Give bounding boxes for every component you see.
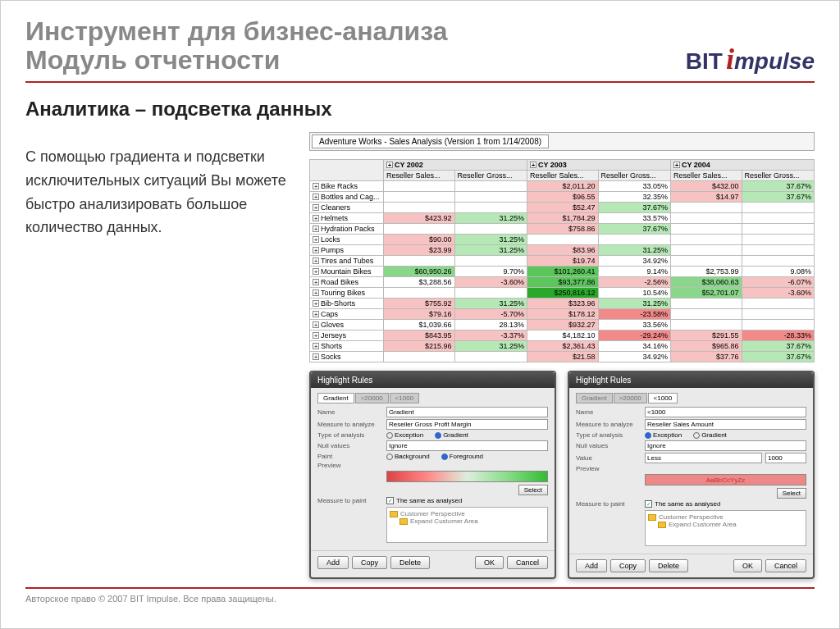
data-cell[interactable]: $250,816.12 — [527, 288, 598, 299]
tab-gradient[interactable]: Gradient — [576, 393, 613, 403]
data-cell[interactable]: -3.60% — [454, 277, 527, 288]
data-cell[interactable]: 37.67% — [742, 181, 814, 192]
column-header[interactable]: Reseller Gross... — [598, 171, 670, 181]
radio-exception[interactable]: Exception — [386, 431, 423, 439]
data-cell[interactable]: $3,288.56 — [384, 277, 455, 288]
data-cell[interactable]: $2,753.99 — [670, 267, 742, 277]
expand-icon[interactable]: + — [313, 332, 319, 339]
data-cell[interactable] — [742, 256, 814, 267]
data-cell[interactable]: $843.95 — [384, 330, 455, 341]
select-button[interactable]: Select — [518, 485, 548, 495]
copy-button[interactable]: Copy — [352, 556, 387, 569]
data-cell[interactable] — [384, 288, 455, 299]
row-label[interactable]: +Road Bikes — [310, 277, 384, 288]
same-as-analysed-checkbox[interactable]: ✓The same as analysed — [386, 497, 463, 504]
row-label[interactable]: +Caps — [310, 309, 384, 320]
row-label[interactable]: +Touring Bikes — [310, 288, 384, 299]
data-cell[interactable]: 31.25% — [454, 245, 527, 256]
data-cell[interactable]: 31.25% — [454, 299, 527, 309]
row-label[interactable]: +Helmets — [310, 213, 384, 224]
value-num-input[interactable] — [765, 453, 806, 463]
data-cell[interactable] — [670, 224, 742, 235]
expand-icon[interactable]: + — [313, 300, 319, 307]
measure-analyze-select[interactable] — [645, 419, 806, 430]
data-cell[interactable] — [742, 299, 814, 309]
expand-icon[interactable]: + — [530, 162, 536, 168]
data-cell[interactable]: $52,701.07 — [670, 288, 742, 299]
data-cell[interactable] — [670, 203, 742, 213]
measure-tree[interactable]: Customer Perspective Expand Customer Are… — [386, 507, 548, 543]
table-row[interactable]: +Cleaners$52.4737.67% — [310, 203, 815, 213]
data-cell[interactable] — [454, 192, 527, 203]
column-header[interactable]: Reseller Gross... — [454, 171, 527, 181]
cancel-button[interactable]: Cancel — [507, 556, 548, 569]
add-button[interactable]: Add — [317, 556, 349, 569]
row-label[interactable]: +Bike Racks — [310, 181, 384, 192]
measure-tree[interactable]: Customer Perspective Expand Customer Are… — [645, 510, 806, 546]
data-cell[interactable] — [670, 256, 742, 267]
data-cell[interactable] — [670, 245, 742, 256]
radio-background[interactable]: Background — [386, 453, 430, 460]
data-grid[interactable]: +CY 2002 +CY 2003 +CY 2004 Reseller Sale… — [309, 159, 815, 362]
report-tab[interactable]: Adventure Works - Sales Analysis (Versio… — [312, 134, 549, 148]
table-row[interactable]: +Road Bikes$3,288.56-3.60%$93,377.86-2.5… — [310, 277, 815, 288]
expand-icon[interactable]: + — [313, 353, 319, 360]
radio-gradient[interactable]: Gradient — [693, 431, 727, 439]
null-values-select[interactable] — [645, 440, 806, 451]
data-cell[interactable]: $38,060.63 — [670, 277, 742, 288]
year-header-2002[interactable]: +CY 2002 — [384, 160, 527, 171]
delete-button[interactable]: Delete — [390, 556, 430, 569]
table-row[interactable]: +Bike Racks$2,011.2033.05%$432.0037.67% — [310, 181, 815, 192]
data-cell[interactable] — [454, 256, 527, 267]
data-cell[interactable]: $291.55 — [670, 330, 742, 341]
row-label[interactable]: +Bib-Shorts — [310, 299, 384, 309]
table-row[interactable]: +Jerseys$843.95-3.37%$4,182.10-29.24%$29… — [310, 330, 815, 341]
data-cell[interactable] — [742, 203, 814, 213]
data-cell[interactable]: 9.08% — [742, 267, 814, 277]
data-cell[interactable] — [670, 213, 742, 224]
expand-icon[interactable]: + — [313, 268, 319, 275]
data-cell[interactable]: $101,260.41 — [527, 267, 598, 277]
row-label[interactable]: +Shorts — [310, 341, 384, 352]
data-cell[interactable]: $52.47 — [527, 203, 598, 213]
year-header-2004[interactable]: +CY 2004 — [670, 160, 814, 171]
radio-exception[interactable]: Exception — [645, 431, 682, 439]
same-as-analysed-checkbox[interactable]: ✓The same as analysed — [645, 500, 721, 508]
name-input[interactable] — [645, 407, 806, 417]
data-cell[interactable]: $4,182.10 — [527, 330, 598, 341]
data-cell[interactable]: $178.12 — [527, 309, 598, 320]
data-cell[interactable]: $14.97 — [670, 192, 742, 203]
data-cell[interactable] — [670, 235, 742, 245]
expand-icon[interactable]: + — [313, 194, 319, 200]
data-cell[interactable]: 37.67% — [598, 224, 670, 235]
data-cell[interactable]: 9.14% — [598, 267, 670, 277]
row-label[interactable]: +Cleaners — [310, 203, 384, 213]
expand-icon[interactable]: + — [313, 311, 319, 317]
expand-icon[interactable]: + — [313, 258, 319, 264]
table-row[interactable]: +Tires and Tubes$19.7434.92% — [310, 256, 815, 267]
table-row[interactable]: +Pumps$23.9931.25%$83.9631.25% — [310, 245, 815, 256]
copy-button[interactable]: Copy — [610, 559, 646, 572]
table-row[interactable]: +Mountain Bikes$60,950.269.70%$101,260.4… — [310, 267, 815, 277]
data-cell[interactable]: 32.35% — [598, 192, 670, 203]
data-cell[interactable] — [742, 235, 814, 245]
expand-icon[interactable]: + — [313, 204, 319, 211]
data-cell[interactable] — [742, 309, 814, 320]
column-header[interactable]: Reseller Sales... — [527, 171, 598, 181]
data-cell[interactable]: $215.96 — [384, 341, 455, 352]
data-cell[interactable]: $79.16 — [384, 309, 455, 320]
data-cell[interactable] — [454, 352, 527, 362]
data-cell[interactable]: -5.70% — [454, 309, 527, 320]
data-cell[interactable] — [742, 245, 814, 256]
data-cell[interactable] — [384, 256, 455, 267]
data-cell[interactable]: 31.25% — [598, 245, 670, 256]
column-header[interactable]: Reseller Gross... — [742, 171, 814, 181]
data-cell[interactable]: $19.74 — [527, 256, 598, 267]
select-button[interactable]: Select — [777, 488, 806, 499]
data-cell[interactable]: 33.05% — [598, 181, 670, 192]
value-op-select[interactable] — [645, 453, 762, 463]
data-cell[interactable]: 28.13% — [454, 320, 527, 330]
data-cell[interactable] — [384, 203, 455, 213]
data-cell[interactable]: 34.92% — [598, 352, 670, 362]
data-cell[interactable]: 37.67% — [742, 352, 814, 362]
